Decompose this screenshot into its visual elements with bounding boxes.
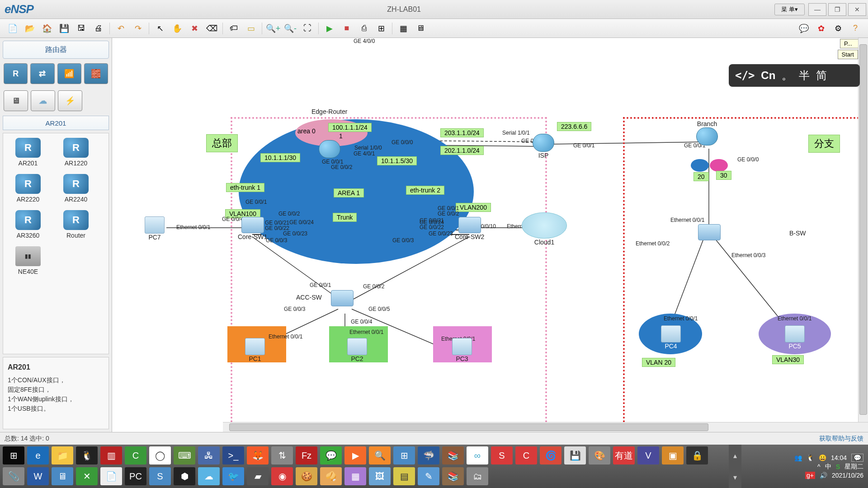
winscp-icon[interactable]: ⇅ [271, 446, 293, 465]
wechat-icon[interactable]: 💬 [320, 446, 342, 465]
cloud1-node[interactable]: Cloud1 [522, 212, 567, 246]
undo-button[interactable]: ↶ [113, 21, 129, 36]
app-icon[interactable]: 🥠 [320, 467, 342, 485]
open-button[interactable]: 📂 [22, 21, 38, 36]
pc1-node[interactable]: PC1 [245, 338, 265, 362]
zoom-in-button[interactable]: 🔍+ [265, 21, 281, 36]
device-item[interactable]: RAR201 [8, 138, 48, 167]
pan-tool[interactable]: ✋ [169, 21, 185, 36]
tray-icon[interactable]: S [836, 463, 840, 470]
cat-firewall-icon[interactable]: 🧱 [84, 63, 108, 84]
cat-link-icon[interactable]: ⚡ [58, 90, 82, 111]
app-icon[interactable]: ▥ [100, 446, 122, 465]
app-icon[interactable]: ⬢ [174, 467, 195, 485]
app-icon[interactable]: ∞ [467, 446, 488, 465]
app-icon[interactable]: 🖼 [369, 467, 391, 485]
device-item[interactable]: RAR1220 [56, 138, 96, 167]
help-button[interactable]: ? [847, 21, 863, 36]
app-icon[interactable]: 🗂 [467, 467, 488, 485]
everything-icon[interactable]: 🔍 [369, 446, 391, 465]
cat-pc-icon[interactable]: 🖥 [4, 90, 28, 111]
app-icon[interactable]: 🌀 [540, 446, 561, 465]
device-item[interactable]: RAR2220 [8, 174, 48, 203]
app-icon[interactable]: ✕ [76, 467, 98, 485]
clock-time[interactable]: 14:04 [831, 454, 847, 461]
branch-router-node[interactable]: Branch [696, 120, 718, 145]
app-icon[interactable]: 🎨 [589, 446, 610, 465]
tray-icon[interactable]: g+ [805, 472, 815, 479]
vertical-scrollbar[interactable] [858, 38, 868, 422]
huawei-icon[interactable]: ✿ [813, 21, 829, 36]
menu-button[interactable]: 菜 单▾ [774, 4, 805, 15]
app-icon[interactable]: ▶ [344, 446, 366, 465]
taskbar-down-button[interactable]: ▾ [729, 466, 741, 488]
sublime-icon[interactable]: ▰ [247, 467, 269, 485]
start-menu-button[interactable]: ⊞ [3, 446, 24, 465]
camtasia-icon[interactable]: C [125, 446, 146, 465]
app-icon[interactable]: 📚 [442, 467, 464, 485]
securecrt-icon[interactable]: 🖧 [198, 446, 220, 465]
visio-icon[interactable]: V [637, 446, 659, 465]
cat-router-icon[interactable]: R [4, 63, 28, 84]
delete-all-button[interactable]: ⌫ [203, 21, 220, 36]
tray-icon[interactable]: 😀 [819, 454, 826, 461]
app-icon[interactable]: 🐦 [222, 467, 244, 485]
chat-button[interactable]: 💬 [796, 21, 812, 36]
ime-lang[interactable]: Cn [761, 69, 775, 82]
redo-button[interactable]: ↷ [130, 21, 146, 36]
ime-half[interactable]: 半 [799, 68, 810, 83]
firefox-icon[interactable]: 🦊 [247, 446, 269, 465]
select-tool[interactable]: ↖ [152, 21, 168, 36]
minimize-button[interactable]: — [808, 3, 826, 16]
pc3-node[interactable]: PC3 [452, 338, 472, 362]
device-item[interactable]: ▮▮NE40E [8, 246, 48, 275]
app-icon[interactable]: S [149, 467, 171, 485]
start-button[interactable]: ▶ [321, 21, 338, 36]
app-icon[interactable]: 💾 [564, 446, 586, 465]
wireshark-icon[interactable]: 🦈 [418, 446, 439, 465]
tray-icon[interactable]: 🐧 [807, 454, 814, 461]
edge-router-node[interactable]: Edge-Router [311, 108, 347, 133]
settings-button[interactable]: ⚙ [830, 21, 846, 36]
cat-wlan-icon[interactable]: 📶 [57, 63, 81, 84]
pycharm-icon[interactable]: PC [125, 467, 146, 485]
tray-icon[interactable]: 👥 [794, 454, 802, 461]
text-tool[interactable]: 🏷 [226, 21, 242, 36]
volume-icon[interactable]: 🔊 [820, 472, 827, 479]
ensp-icon[interactable]: ⊞ [393, 446, 415, 465]
ime-bar[interactable]: </> Cn 。 半 简 [729, 64, 860, 87]
ime-indicator[interactable]: 中 [825, 463, 831, 471]
app-icon[interactable]: 📎 [3, 467, 24, 485]
cat-cloud-icon[interactable]: ☁ [31, 90, 55, 111]
acc-sw-node[interactable] [331, 290, 354, 306]
save-as-button[interactable]: 🖫 [73, 21, 90, 36]
close-button[interactable]: ✕ [848, 3, 866, 16]
notifications-icon[interactable]: 💬 [851, 454, 863, 462]
isp-node[interactable]: ISP [533, 134, 554, 159]
horizontal-scrollbar[interactable] [223, 422, 868, 432]
zoom-out-button[interactable]: 🔍- [282, 21, 298, 36]
lock-icon[interactable]: 🔒 [686, 446, 708, 465]
tray-expand-icon[interactable]: ^ [817, 463, 821, 470]
pc4-node[interactable]: PC4 [661, 325, 681, 350]
netease-icon[interactable]: ◉ [271, 467, 293, 485]
save-button[interactable]: 💾 [56, 21, 72, 36]
print-button[interactable]: 🖨 [90, 21, 107, 36]
pc5-node[interactable]: PC5 [785, 325, 805, 350]
capture-button[interactable]: ⎙ [356, 21, 372, 36]
delete-button[interactable]: ✖ [186, 21, 203, 36]
stop-button[interactable]: ■ [339, 21, 355, 36]
core-sw2-node[interactable]: Core-SW2 [455, 217, 484, 240]
device-item[interactable]: RAR3260 [8, 210, 48, 239]
powershell-icon[interactable]: >_ [222, 446, 244, 465]
sougou-icon[interactable]: S [491, 446, 513, 465]
app-icon[interactable]: 📄 [100, 467, 122, 485]
pc2-node[interactable]: PC2 [347, 338, 367, 362]
help-link[interactable]: 获取帮助与反馈 [819, 435, 863, 443]
maximize-button[interactable]: ❐ [828, 3, 846, 16]
app-icon[interactable]: 🍪 [296, 467, 317, 485]
qq-icon[interactable]: 🐧 [76, 446, 98, 465]
chrome-icon[interactable]: ◯ [149, 446, 171, 465]
edge-icon[interactable]: e [27, 446, 49, 465]
note-tool[interactable]: ▭ [243, 21, 259, 36]
